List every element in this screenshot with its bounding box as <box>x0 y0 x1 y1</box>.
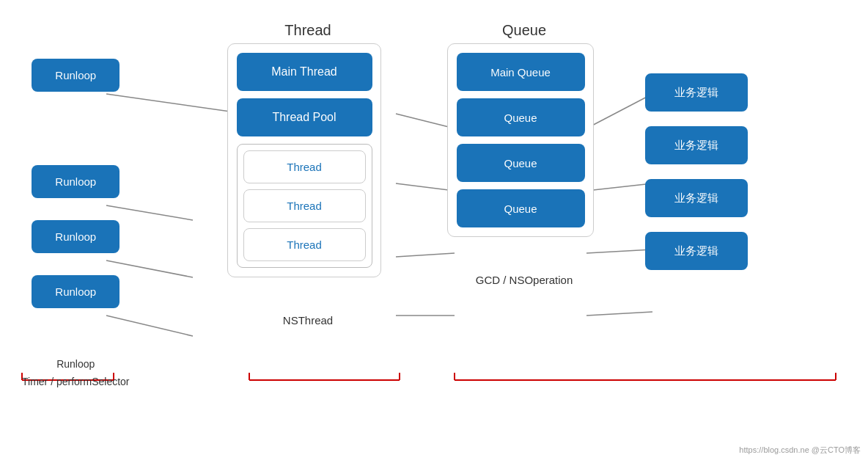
runloop-box-1: Runloop <box>32 59 119 92</box>
queue-section: Queue Main Queue Queue Queue Queue GCD /… <box>447 22 601 286</box>
business-box-2: 业务逻辑 <box>645 126 748 164</box>
runloop-box-2: Runloop <box>32 165 119 198</box>
thread-pool-inner: Thread Thread Thread <box>237 144 372 268</box>
thread-inner-2: Thread <box>243 189 366 222</box>
thread-outer-box: Main Thread Thread Pool Thread Thread Th… <box>227 43 381 277</box>
business-box-4: 业务逻辑 <box>645 232 748 270</box>
thread-section: Thread Main Thread Thread Pool Thread Th… <box>227 22 389 327</box>
queue-section-title: Queue <box>447 22 601 39</box>
runloop-column: Runloop Runloop Runloop Runloop Runloop … <box>22 59 130 387</box>
runloop-box-3: Runloop <box>32 220 119 253</box>
svg-line-4 <box>396 114 455 128</box>
queue-box-3: Queue <box>457 144 585 182</box>
queue-box-4: Queue <box>457 189 585 227</box>
footer-timer-label: Timer / performSelector <box>22 376 130 387</box>
thread-section-title: Thread <box>227 22 389 39</box>
queue-outer-box: Main Queue Queue Queue Queue <box>447 43 594 237</box>
queue-box-2: Queue <box>457 98 585 136</box>
thread-inner-3: Thread <box>243 228 366 261</box>
footer-runloop-label: Runloop <box>22 358 130 370</box>
thread-inner-1: Thread <box>243 150 366 183</box>
svg-line-5 <box>396 183 455 191</box>
runloop-box-4: Runloop <box>32 275 119 308</box>
svg-line-11 <box>586 312 652 316</box>
svg-line-6 <box>396 253 455 257</box>
main-queue-box: Main Queue <box>457 53 585 91</box>
business-box-3: 业务逻辑 <box>645 179 748 217</box>
thread-pool-box: Thread Pool <box>237 98 372 136</box>
diagram-container: Runloop Runloop Runloop Runloop Runloop … <box>0 0 868 463</box>
main-thread-box: Main Thread <box>237 53 372 91</box>
business-column: 业务逻辑 业务逻辑 业务逻辑 业务逻辑 <box>645 73 748 270</box>
business-box-1: 业务逻辑 <box>645 73 748 112</box>
footer-nsthread-label: NSThread <box>227 314 389 327</box>
watermark: https://blog.csdn.ne @云CTO博客 <box>739 445 861 456</box>
footer-gcd-label: GCD / NSOperation <box>447 274 601 286</box>
